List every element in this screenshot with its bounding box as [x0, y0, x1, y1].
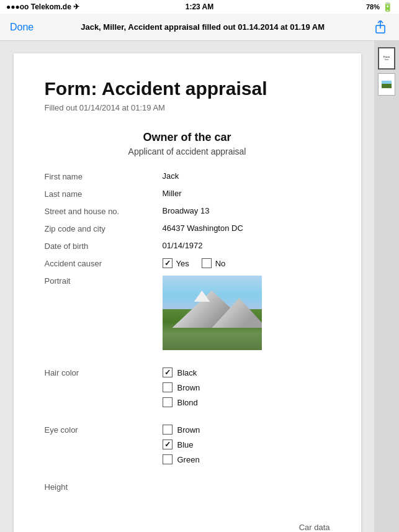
- label-accident-causer: Accident causer: [45, 258, 163, 268]
- field-zip: Zip code and city 46437 Washington DC: [45, 223, 330, 233]
- status-carrier: ●●●oo Telekom.de ✈: [6, 2, 79, 11]
- label-height: Height: [45, 482, 163, 492]
- hair-color-blond: Blond: [163, 397, 330, 407]
- eye-color-blue: Blue: [163, 440, 330, 449]
- accident-causer-no: No: [202, 258, 226, 268]
- hair-color-black: Black: [163, 367, 330, 377]
- nav-bar: Done Jack, Miller, Accident appraisal fi…: [0, 14, 399, 41]
- value-zip: 46437 Washington DC: [163, 223, 330, 233]
- checkbox-black[interactable]: [163, 367, 173, 377]
- checkbox-brown-hair[interactable]: [163, 382, 173, 392]
- footer-link[interactable]: Car data: [299, 523, 330, 532]
- field-eye-color: Eye color Brown Blue Green: [45, 425, 330, 464]
- portrait-image: [163, 276, 262, 350]
- value-last-name: Miller: [163, 189, 330, 198]
- field-street: Street and house no. Broadway 13: [45, 206, 330, 216]
- status-time: 1:23 AM: [186, 2, 214, 11]
- page-footer: Car data: [45, 510, 330, 532]
- field-hair-color: Hair color Black Brown Blond: [45, 367, 330, 407]
- checkbox-brown-eye[interactable]: [163, 425, 173, 435]
- checkbox-blond[interactable]: [163, 397, 173, 407]
- label-street: Street and house no.: [45, 206, 163, 216]
- value-portrait: [163, 276, 330, 350]
- checkbox-blue[interactable]: [163, 440, 173, 449]
- label-zip: Zip code and city: [45, 223, 163, 233]
- checkbox-green[interactable]: [163, 454, 173, 464]
- battery-icon: 🔋: [382, 2, 393, 12]
- share-icon: [375, 20, 386, 34]
- thumb-image: [382, 81, 392, 88]
- field-first-name: First name Jack: [45, 171, 330, 181]
- value-eye-color: Brown Blue Green: [163, 425, 330, 464]
- label-brown-eye: Brown: [177, 425, 200, 435]
- field-height: Height: [45, 482, 330, 492]
- status-bar: ●●●oo Telekom.de ✈ 1:23 AM 78% 🔋: [0, 0, 399, 14]
- accident-causer-options: Yes No: [163, 258, 330, 268]
- content-area: Form: Accident appraisal Filled out 01/1…: [0, 41, 399, 532]
- sidebar-thumbnails: Form lines: [374, 41, 399, 532]
- checkbox-no[interactable]: [202, 258, 212, 268]
- value-accident-causer: Yes No: [163, 258, 330, 268]
- label-last-name: Last name: [45, 189, 163, 199]
- checkbox-yes[interactable]: [163, 258, 173, 268]
- label-black: Black: [177, 368, 197, 377]
- label-green: Green: [177, 455, 200, 464]
- done-button[interactable]: Done: [10, 22, 34, 33]
- label-first-name: First name: [45, 171, 163, 181]
- eye-color-options: Brown Blue Green: [163, 425, 330, 464]
- field-portrait: Portrait: [45, 276, 330, 350]
- section-sub: Applicant of accident appraisal: [45, 147, 330, 156]
- form-subtitle: Filled out 01/14/2014 at 01:19 AM: [45, 103, 330, 112]
- label-no: No: [215, 259, 226, 268]
- nav-title: Jack, Miller, Accident appraisal filled …: [34, 22, 372, 32]
- hair-color-options: Black Brown Blond: [163, 367, 330, 407]
- sidebar-thumb-1[interactable]: Form lines: [378, 47, 395, 70]
- value-street: Broadway 13: [163, 206, 330, 215]
- section-title: Owner of the car: [45, 131, 330, 144]
- label-blond: Blond: [177, 398, 198, 407]
- field-dob: Date of birth 01/14/1972: [45, 241, 330, 251]
- eye-color-brown: Brown: [163, 425, 330, 435]
- label-eye-color: Eye color: [45, 425, 163, 435]
- page: Form: Accident appraisal Filled out 01/1…: [14, 53, 361, 532]
- value-hair-color: Black Brown Blond: [163, 367, 330, 407]
- field-accident-causer: Accident causer Yes No: [45, 258, 330, 268]
- main-scroll[interactable]: Form: Accident appraisal Filled out 01/1…: [0, 41, 374, 532]
- form-title: Form: Accident appraisal: [45, 78, 330, 99]
- status-battery: 78% 🔋: [366, 2, 393, 12]
- value-first-name: Jack: [163, 171, 330, 181]
- accident-causer-yes: Yes: [163, 258, 189, 268]
- field-last-name: Last name Miller: [45, 189, 330, 199]
- share-button[interactable]: [372, 19, 389, 36]
- value-dob: 01/14/1972: [163, 241, 330, 250]
- label-yes: Yes: [176, 259, 189, 268]
- sidebar-thumb-2[interactable]: [378, 73, 395, 96]
- label-blue: Blue: [177, 440, 194, 449]
- hair-color-brown: Brown: [163, 382, 330, 392]
- label-brown-hair: Brown: [177, 383, 200, 392]
- label-dob: Date of birth: [45, 241, 163, 251]
- eye-color-green: Green: [163, 454, 330, 464]
- label-hair-color: Hair color: [45, 367, 163, 377]
- label-portrait: Portrait: [45, 276, 163, 286]
